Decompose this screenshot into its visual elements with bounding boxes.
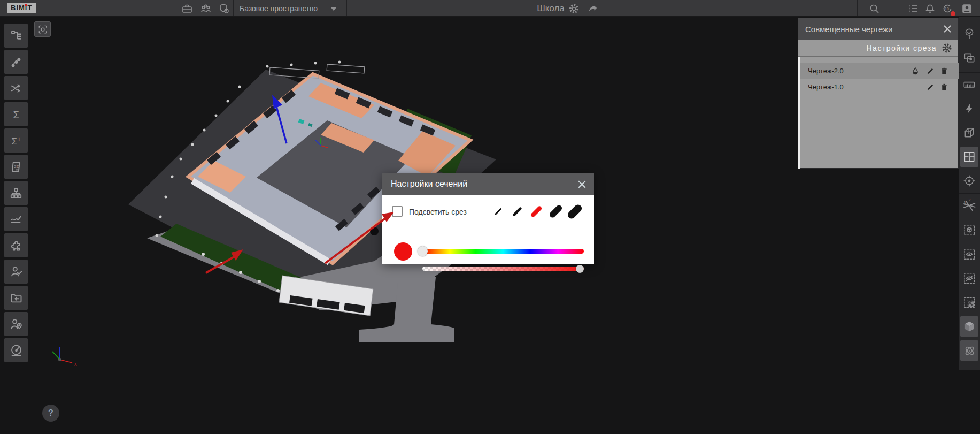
history-count-label: 10	[945, 7, 949, 11]
highlight-slice-checkbox[interactable]	[392, 206, 403, 217]
panel-header: Совмещенные чертежи	[798, 18, 958, 40]
cube-solid-icon[interactable]	[960, 316, 978, 337]
workspace-selector[interactable]: Базовое пространство	[240, 4, 318, 13]
bell-icon[interactable]	[923, 2, 937, 16]
opacity-gradient	[422, 267, 584, 271]
close-icon[interactable]	[576, 179, 588, 190]
svg-text:Σ: Σ	[11, 135, 17, 146]
sum-icon[interactable]: Σ	[4, 102, 28, 126]
axis-gizmo: x	[52, 347, 77, 367]
eye-off-icon[interactable]	[960, 268, 978, 288]
panel-title: Совмещенные чертежи	[805, 25, 892, 34]
drawing-label: Чертеж-1.0	[808, 83, 844, 91]
team-icon[interactable]	[199, 2, 213, 16]
line-width-option-5[interactable]	[566, 202, 583, 221]
left-toolbar: Σ Σ+ 2D	[0, 17, 32, 434]
briefcase-icon[interactable]	[180, 2, 194, 16]
hue-slider-thumb[interactable]	[418, 246, 428, 256]
svg-text:x: x	[74, 361, 77, 367]
share-icon[interactable]	[586, 2, 600, 16]
panel-subbar: Настройки среза	[798, 40, 958, 57]
delete-icon[interactable]	[939, 66, 949, 76]
slice-settings-label[interactable]: Настройки среза	[866, 44, 937, 52]
topbar-divider	[857, 0, 858, 16]
app-logo[interactable]: BiMiT	[7, 3, 36, 13]
svg-text:2: 2	[969, 198, 971, 202]
svg-text:+: +	[17, 135, 21, 143]
target-icon[interactable]	[960, 171, 978, 191]
search-icon[interactable]	[867, 2, 881, 16]
sum-add-icon[interactable]: Σ+	[4, 128, 28, 153]
fill-icon[interactable]	[910, 66, 920, 76]
sheet-2d-icon[interactable]: 2D	[4, 155, 28, 179]
floorplan-icon[interactable]	[960, 147, 978, 167]
help-button[interactable]: ?	[42, 405, 59, 422]
sitemap-icon[interactable]	[4, 181, 28, 205]
hue-slider[interactable]	[422, 249, 584, 254]
opacity-slider[interactable]	[422, 267, 584, 271]
line-width-option-3-selected[interactable]	[528, 202, 545, 221]
drawing-row[interactable]: Чертеж-1.0	[800, 79, 959, 95]
orbit-icon[interactable]	[960, 340, 978, 361]
tree-icon[interactable]	[960, 24, 978, 44]
selected-color-preview[interactable]	[394, 242, 412, 261]
shield-clock-icon[interactable]	[217, 2, 231, 16]
eye-icon[interactable]	[960, 244, 978, 264]
line-width-option-2[interactable]	[508, 202, 526, 221]
lightning-icon[interactable]	[960, 98, 978, 119]
chart-check-icon[interactable]	[4, 207, 28, 231]
combined-drawings-panel: Совмещенные чертежи Настройки среза Черт…	[798, 18, 959, 169]
svg-text:Σ: Σ	[13, 109, 19, 120]
topbar-divider	[346, 0, 347, 16]
close-icon[interactable]	[942, 24, 953, 34]
highlight-slice-label: Подсветить срез	[409, 208, 467, 216]
right-toolbar: 12	[959, 17, 980, 370]
help-label: ?	[48, 408, 53, 418]
branch-icon[interactable]	[4, 50, 28, 74]
ruler-icon[interactable]	[960, 74, 978, 95]
folder-export-icon[interactable]	[4, 286, 28, 310]
plugin-icon[interactable]	[4, 233, 28, 257]
clear-selection-icon[interactable]	[960, 292, 978, 313]
drawing-label: Чертеж-2.0	[808, 67, 844, 75]
gear-icon[interactable]	[941, 42, 953, 54]
gauge-icon[interactable]	[4, 338, 28, 362]
edit-icon[interactable]	[925, 82, 935, 92]
fit-view-icon	[37, 24, 48, 35]
line-width-option-1[interactable]	[489, 202, 506, 221]
topbar-divider	[233, 0, 234, 16]
shuffle-icon[interactable]	[4, 76, 28, 100]
overlap-frames-icon[interactable]	[960, 48, 978, 68]
section-lines-icon[interactable]: 12	[960, 195, 978, 216]
line-width-option-4[interactable]	[547, 202, 564, 221]
opacity-slider-thumb[interactable]	[576, 265, 584, 273]
model-tree-icon[interactable]	[4, 24, 28, 48]
history-icon[interactable]: 10	[940, 2, 954, 16]
logo-red-dot	[25, 4, 27, 6]
dialog-title: Настройки сечений	[391, 179, 467, 189]
drawing-row[interactable]: Чертеж-2.0	[800, 63, 959, 79]
list-icon[interactable]	[906, 2, 920, 16]
fit-view-button[interactable]	[34, 21, 51, 37]
notification-badge	[951, 11, 955, 16]
gear-icon[interactable]	[567, 2, 581, 16]
cube-section-icon[interactable]	[960, 123, 978, 143]
logo-text: BiMiT	[11, 4, 32, 12]
cube-dashed-icon[interactable]	[960, 220, 978, 240]
section-settings-dialog: Настройки сечений Подсветить срез	[382, 173, 594, 264]
dialog-body: Подсветить срез	[382, 195, 594, 264]
user-location-icon[interactable]	[4, 312, 28, 336]
delete-icon[interactable]	[939, 82, 949, 92]
avatar-icon[interactable]	[960, 2, 974, 16]
svg-text:1: 1	[964, 201, 966, 204]
user-check-icon[interactable]	[4, 260, 28, 284]
svg-text:2D: 2D	[14, 164, 20, 169]
top-bar: BiMiT Базовое пространство Школа 10	[0, 0, 980, 17]
chevron-down-icon[interactable]	[330, 7, 337, 11]
dialog-header[interactable]: Настройки сечений	[382, 173, 594, 195]
edit-icon[interactable]	[925, 66, 935, 76]
